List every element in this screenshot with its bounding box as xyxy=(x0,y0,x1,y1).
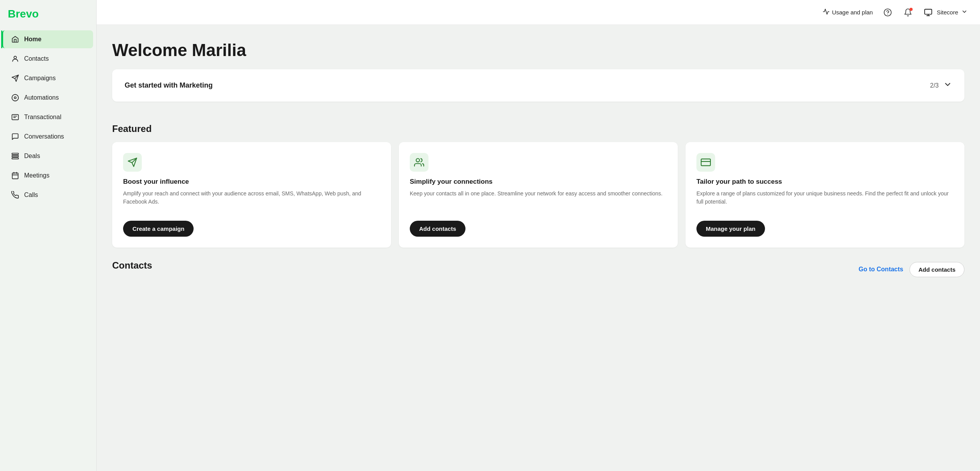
get-started-chevron-icon xyxy=(943,80,952,91)
sidebar-item-campaigns-label: Campaigns xyxy=(24,75,56,82)
home-icon xyxy=(11,35,19,44)
account-chevron-icon xyxy=(961,9,968,16)
usage-label: Usage and plan xyxy=(832,9,873,16)
sidebar-item-contacts[interactable]: Contacts xyxy=(3,50,93,68)
sidebar-item-automations-label: Automations xyxy=(24,94,59,101)
sidebar-item-meetings-label: Meetings xyxy=(24,172,49,179)
welcome-section: Welcome Marilia Get started with Marketi… xyxy=(97,25,980,111)
brand-logo: Brevo xyxy=(0,8,96,30)
sidebar-item-deals-label: Deals xyxy=(24,153,40,160)
go-to-contacts-link[interactable]: Go to Contacts xyxy=(858,266,903,273)
svg-point-3 xyxy=(14,97,16,99)
usage-and-plan-button[interactable]: Usage and plan xyxy=(823,8,873,16)
users-icon-wrap xyxy=(410,153,428,172)
contacts-header: Contacts Go to Contacts Add contacts xyxy=(112,260,964,279)
send-icon-wrap xyxy=(123,153,142,172)
sidebar-item-transactional[interactable]: Transactional xyxy=(3,108,93,126)
transactional-icon xyxy=(11,113,19,121)
calls-icon xyxy=(11,191,19,199)
svg-rect-5 xyxy=(12,153,19,155)
users-icon xyxy=(414,157,424,167)
meetings-icon xyxy=(11,171,19,180)
contacts-actions: Go to Contacts Add contacts xyxy=(858,262,964,277)
sidebar-item-home[interactable]: Home xyxy=(2,30,93,48)
contacts-section: Contacts Go to Contacts Add contacts xyxy=(97,260,980,291)
plan-icon-wrap xyxy=(696,153,715,172)
sidebar-item-calls-label: Calls xyxy=(24,192,38,199)
get-started-progress-area: 2/3 xyxy=(930,80,952,91)
sidebar-item-campaigns[interactable]: Campaigns xyxy=(3,69,93,87)
welcome-title: Welcome Marilia xyxy=(112,40,964,60)
featured-cards-grid: Boost your influence Amplify your reach … xyxy=(112,142,964,248)
account-dropdown[interactable]: Sitecore xyxy=(923,7,968,18)
header: Usage and plan Sitecore xyxy=(97,0,980,25)
card-title-contacts: Simplify your connections xyxy=(410,178,667,186)
svg-rect-20 xyxy=(701,159,710,165)
sidebar-item-deals[interactable]: Deals xyxy=(3,147,93,165)
svg-rect-8 xyxy=(12,173,18,179)
feature-card-contacts: Simplify your connections Keep your cont… xyxy=(399,142,678,248)
sidebar-item-conversations[interactable]: Conversations xyxy=(3,128,93,146)
svg-rect-14 xyxy=(925,9,932,14)
account-name: Sitecore xyxy=(937,9,958,16)
contacts-section-title: Contacts xyxy=(112,260,152,271)
deals-icon xyxy=(11,152,19,160)
feature-card-plan: Tailor your path to success Explore a ra… xyxy=(686,142,964,248)
conversations-icon xyxy=(11,132,19,141)
account-icon xyxy=(923,7,934,18)
send-icon xyxy=(127,157,137,167)
sidebar-item-calls[interactable]: Calls xyxy=(3,186,93,204)
sidebar: Brevo Home Contacts Campaigns Automation… xyxy=(0,0,97,471)
featured-title: Featured xyxy=(112,123,964,134)
contacts-icon xyxy=(11,54,19,63)
notification-badge xyxy=(909,8,913,11)
svg-point-19 xyxy=(416,158,419,162)
svg-rect-7 xyxy=(12,158,19,159)
sidebar-item-automations[interactable]: Automations xyxy=(3,89,93,107)
get-started-card[interactable]: Get started with Marketing 2/3 xyxy=(112,69,964,102)
create-campaign-button[interactable]: Create a campaign xyxy=(123,221,194,237)
usage-icon xyxy=(823,8,830,16)
sidebar-item-meetings[interactable]: Meetings xyxy=(3,167,93,185)
featured-section: Featured Boost your influence Amplify yo… xyxy=(97,111,980,260)
plan-icon xyxy=(701,157,711,167)
help-button[interactable] xyxy=(882,7,893,18)
feature-card-campaigns: Boost your influence Amplify your reach … xyxy=(112,142,391,248)
sidebar-item-transactional-label: Transactional xyxy=(24,114,61,121)
card-title-campaigns: Boost your influence xyxy=(123,178,380,186)
notifications-button[interactable] xyxy=(902,7,913,18)
get-started-label: Get started with Marketing xyxy=(125,81,213,90)
svg-point-0 xyxy=(14,56,17,59)
card-desc-campaigns: Amplify your reach and connect with your… xyxy=(123,190,380,213)
card-desc-contacts: Keep your contacts all in one place. Str… xyxy=(410,190,667,213)
svg-rect-6 xyxy=(12,155,19,156)
card-title-plan: Tailor your path to success xyxy=(696,178,954,186)
get-started-progress: 2/3 xyxy=(930,82,939,89)
sidebar-item-contacts-label: Contacts xyxy=(24,55,49,62)
manage-plan-button[interactable]: Manage your plan xyxy=(696,221,765,237)
main-content: Usage and plan Sitecore Welcome Marilia … xyxy=(97,0,980,471)
sidebar-item-conversations-label: Conversations xyxy=(24,133,64,140)
add-contacts-featured-button[interactable]: Add contacts xyxy=(410,221,465,237)
add-contacts-button[interactable]: Add contacts xyxy=(909,262,964,277)
automations-icon xyxy=(11,93,19,102)
sidebar-item-home-label: Home xyxy=(24,36,41,43)
campaigns-icon xyxy=(11,74,19,83)
card-desc-plan: Explore a range of plans customized for … xyxy=(696,190,954,213)
